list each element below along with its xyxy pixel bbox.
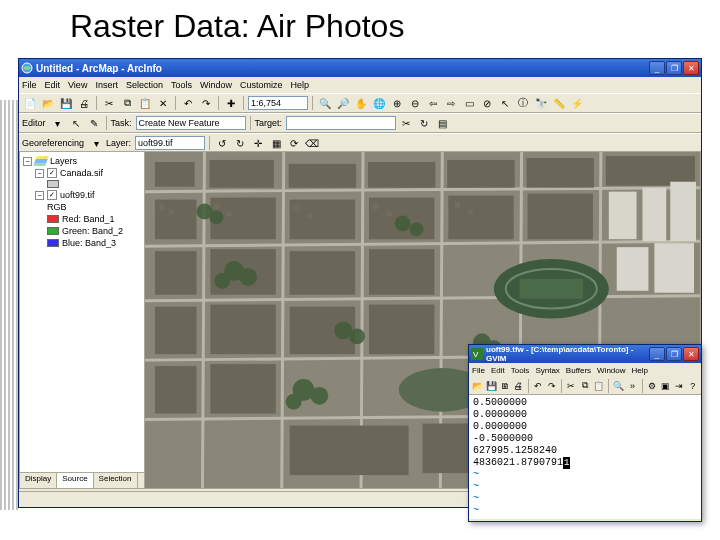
popup-cut-icon[interactable]: ✂ [565,379,578,393]
rotate-left-icon[interactable]: ↺ [214,135,230,151]
find-icon[interactable]: 🔭 [533,95,549,111]
popup-minimize-button[interactable]: _ [649,347,665,361]
popup-find-icon[interactable]: 🔍 [612,379,625,393]
close-button[interactable]: ✕ [683,61,699,75]
minus-icon[interactable]: − [23,157,32,166]
tilde-line: ~ [473,469,697,481]
scale-combo[interactable]: 1:6,754 [248,96,308,110]
popup-menu-syntax[interactable]: Syntax [535,366,559,375]
menu-customize[interactable]: Customize [240,80,283,90]
editor-dropdown-icon[interactable]: ▾ [50,115,66,131]
identify-icon[interactable]: ⓘ [515,95,531,111]
menu-window[interactable]: Window [200,80,232,90]
print-icon[interactable]: 🖨 [76,95,92,111]
popup-help-icon[interactable]: ? [686,379,699,393]
toc-band-red[interactable]: Red: Band_1 [23,213,141,225]
hyperlink-icon[interactable]: ⚡ [569,95,585,111]
select-elements-icon[interactable]: ↖ [497,95,513,111]
popup-paste-icon[interactable]: 📋 [592,379,605,393]
tfw-line-2: 0.0000000 [473,409,697,421]
rotate-icon[interactable]: ↻ [416,115,432,131]
toc-layer-canada[interactable]: − ✓ Canada.sif [23,167,141,179]
popup-redo-icon[interactable]: ↷ [546,379,559,393]
split-icon[interactable]: ✂ [398,115,414,131]
popup-close-button[interactable]: ✕ [683,347,699,361]
open-icon[interactable]: 📂 [40,95,56,111]
zoom-out-icon[interactable]: 🔎 [335,95,351,111]
pan-icon[interactable]: ✋ [353,95,369,111]
popup-menu-tools[interactable]: Tools [511,366,530,375]
add-control-points-icon[interactable]: ✛ [250,135,266,151]
add-data-icon[interactable]: ✚ [223,95,239,111]
popup-open-icon[interactable]: 📂 [471,379,484,393]
menu-insert[interactable]: Insert [95,80,118,90]
delete-link-icon[interactable]: ⌫ [304,135,320,151]
popup-menu-edit[interactable]: Edit [491,366,505,375]
popup-menu-help[interactable]: Help [632,366,648,375]
popup-save-icon[interactable]: 💾 [485,379,498,393]
popup-title-text: uoft99.tfw - [C:\temp\arcdata\Toronto] -… [486,345,649,363]
prev-extent-icon[interactable]: ⇦ [425,95,441,111]
auto-adjust-icon[interactable]: ⟳ [286,135,302,151]
menu-help[interactable]: Help [290,80,309,90]
red-swatch [47,215,59,223]
menu-file[interactable]: File [22,80,37,90]
popup-saveall-icon[interactable]: 🗎 [499,379,512,393]
checkbox-icon[interactable]: ✓ [47,168,57,178]
tab-selection[interactable]: Selection [94,473,138,488]
minus-icon[interactable]: − [35,191,44,200]
toc-layer1-symbol[interactable] [23,179,141,189]
fixed-zoom-in-icon[interactable]: ⊕ [389,95,405,111]
save-icon[interactable]: 💾 [58,95,74,111]
sketch-tool-icon[interactable]: ✎ [86,115,102,131]
popup-menu-file[interactable]: File [472,366,485,375]
cut-icon[interactable]: ✂ [101,95,117,111]
target-combo[interactable] [286,116,396,130]
tab-source[interactable]: Source [57,473,93,488]
popup-maximize-button[interactable]: ❐ [666,347,682,361]
popup-undo-icon[interactable]: ↶ [532,379,545,393]
minimize-button[interactable]: _ [649,61,665,75]
zoom-in-icon[interactable]: 🔍 [317,95,333,111]
view-link-table-icon[interactable]: ▦ [268,135,284,151]
select-features-icon[interactable]: ▭ [461,95,477,111]
popup-shell-icon[interactable]: ▣ [659,379,672,393]
georef-dropdown-icon[interactable]: ▾ [88,135,104,151]
maximize-button[interactable]: ❐ [666,61,682,75]
menu-view[interactable]: View [68,80,87,90]
toc-layer-uoft[interactable]: − ✓ uoft99.tif [23,189,141,201]
attributes-icon[interactable]: ▤ [434,115,450,131]
popup-menu-buffers[interactable]: Buffers [566,366,591,375]
menu-edit[interactable]: Edit [45,80,61,90]
popup-findnext-icon[interactable]: » [626,379,639,393]
menu-tools[interactable]: Tools [171,80,192,90]
delete-icon[interactable]: ✕ [155,95,171,111]
menu-selection[interactable]: Selection [126,80,163,90]
next-extent-icon[interactable]: ⇨ [443,95,459,111]
popup-menu-window[interactable]: Window [597,366,625,375]
popup-text-body[interactable]: 0.5000000 0.0000000 0.0000000 -0.5000000… [469,395,701,519]
edit-tool-icon[interactable]: ↖ [68,115,84,131]
measure-icon[interactable]: 📏 [551,95,567,111]
tab-display[interactable]: Display [20,473,57,488]
toc-layers-root[interactable]: − Layers [23,155,141,167]
clear-selection-icon[interactable]: ⊘ [479,95,495,111]
toc-band-blue[interactable]: Blue: Band_3 [23,237,141,249]
popup-tags-icon[interactable]: ⇥ [673,379,686,393]
new-icon[interactable]: 📄 [22,95,38,111]
popup-print-icon[interactable]: 🖨 [513,379,526,393]
georef-layer-combo[interactable]: uoft99.tif [135,136,205,150]
undo-icon[interactable]: ↶ [180,95,196,111]
minus-icon[interactable]: − [35,169,44,178]
popup-make-icon[interactable]: ⚙ [646,379,659,393]
full-extent-icon[interactable]: 🌐 [371,95,387,111]
paste-icon[interactable]: 📋 [137,95,153,111]
popup-copy-icon[interactable]: ⧉ [579,379,592,393]
redo-icon[interactable]: ↷ [198,95,214,111]
fixed-zoom-out-icon[interactable]: ⊖ [407,95,423,111]
rotate-right-icon[interactable]: ↻ [232,135,248,151]
checkbox-icon[interactable]: ✓ [47,190,57,200]
toc-band-green[interactable]: Green: Band_2 [23,225,141,237]
task-combo[interactable]: Create New Feature [136,116,246,130]
copy-icon[interactable]: ⧉ [119,95,135,111]
